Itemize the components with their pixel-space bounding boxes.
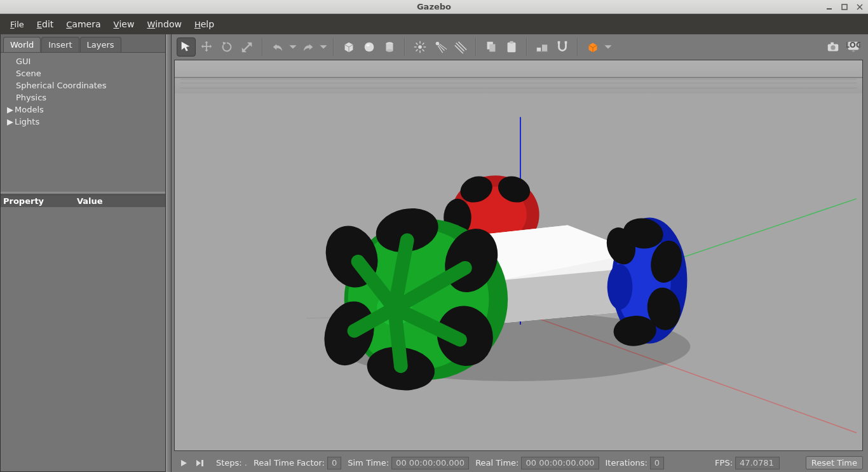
expand-icon[interactable]: ▶ xyxy=(7,105,15,114)
toolbar-scale[interactable] xyxy=(238,37,257,57)
toolbar: LOG xyxy=(172,34,868,60)
point-light-icon xyxy=(413,40,427,54)
iterations-value[interactable]: 0 xyxy=(650,457,664,469)
svg-point-32 xyxy=(831,45,835,50)
tab-insert[interactable]: Insert xyxy=(41,37,79,52)
tree-item-scene[interactable]: Scene xyxy=(4,67,161,79)
menu-camera[interactable]: Camera xyxy=(60,17,107,32)
view-angle-icon xyxy=(586,40,600,54)
svg-point-5 xyxy=(366,44,370,46)
toolbar-point-light[interactable] xyxy=(410,37,430,57)
toolbar-select[interactable] xyxy=(177,37,196,57)
toolbar-spot-light[interactable] xyxy=(431,37,450,57)
sim-time-value[interactable]: 00 00:00:00.000 xyxy=(391,457,469,469)
maximize-icon xyxy=(841,3,848,11)
panel-splitter-vertical[interactable] xyxy=(166,34,172,472)
fps-value[interactable]: 47.0781 xyxy=(735,457,780,469)
steps-value: . xyxy=(245,458,247,468)
sphere-icon xyxy=(362,40,376,54)
toolbar-paste[interactable] xyxy=(502,37,521,57)
spot-light-icon xyxy=(433,40,447,54)
world-tree[interactable]: GUI Scene Spherical Coordinates Physics … xyxy=(1,52,165,192)
menu-view[interactable]: View xyxy=(107,17,141,32)
redo-icon xyxy=(301,40,315,54)
select-icon xyxy=(179,40,193,54)
tree-item-physics[interactable]: Physics xyxy=(4,91,161,104)
toolbar-snap[interactable] xyxy=(553,37,572,57)
toolbar-separator xyxy=(577,38,578,56)
real-time-value[interactable]: 00 00:00:00.000 xyxy=(521,457,599,469)
rtf-value[interactable]: 0 xyxy=(327,457,341,469)
simtime-label: Sim Time: xyxy=(348,458,389,468)
paste-icon xyxy=(505,40,519,54)
rotate-icon xyxy=(220,40,234,54)
toolbar-redo-dropdown[interactable] xyxy=(319,37,328,57)
toolbar-separator xyxy=(404,38,405,56)
expand-icon[interactable]: ▶ xyxy=(7,117,15,126)
toolbar-redo[interactable] xyxy=(299,37,318,57)
main-view: LOG xyxy=(172,34,868,472)
toolbar-undo-dropdown[interactable] xyxy=(288,37,297,57)
step-button[interactable] xyxy=(193,456,207,470)
menu-window[interactable]: Window xyxy=(140,17,188,32)
window-minimize-button[interactable] xyxy=(824,3,835,11)
window-titlebar: Gazebo xyxy=(0,0,868,14)
svg-rect-1 xyxy=(842,4,847,10)
toolbar-cylinder[interactable] xyxy=(380,37,399,57)
rtf-label: Real Time Factor: xyxy=(254,458,325,468)
copy-icon xyxy=(484,40,498,54)
toolbar-translate[interactable] xyxy=(197,37,216,57)
play-icon xyxy=(180,459,187,467)
property-header-property[interactable]: Property xyxy=(1,195,74,207)
tab-layers[interactable]: Layers xyxy=(80,37,121,52)
menu-file[interactable]: File xyxy=(4,17,31,32)
toolbar-log[interactable]: LOG xyxy=(844,37,863,57)
menu-edit[interactable]: Edit xyxy=(31,17,60,32)
property-header: Property Value xyxy=(1,195,165,207)
scene-render xyxy=(175,60,862,450)
svg-point-8 xyxy=(386,49,393,52)
window-close-button[interactable] xyxy=(854,3,865,11)
3d-viewport[interactable] xyxy=(174,60,863,451)
toolbar-copy[interactable] xyxy=(482,37,501,57)
toolbar-sphere[interactable] xyxy=(360,37,379,57)
svg-rect-29 xyxy=(558,41,560,44)
tree-item-lights[interactable]: ▶Lights xyxy=(4,116,161,128)
svg-text:LOG: LOG xyxy=(846,41,860,50)
model-wheel-blue xyxy=(602,215,688,347)
sim-bottom-bar: Steps: . Real Time Factor: 0 Sim Time: 0… xyxy=(172,454,868,472)
menu-help[interactable]: Help xyxy=(188,17,220,32)
toolbar-directional-light[interactable] xyxy=(451,37,470,57)
property-header-value[interactable]: Value xyxy=(74,195,165,207)
svg-point-4 xyxy=(365,43,374,52)
svg-point-52 xyxy=(607,264,633,309)
window-maximize-button[interactable] xyxy=(839,3,850,11)
box-icon xyxy=(342,40,356,54)
left-tabs: World Insert Layers xyxy=(1,34,165,52)
screenshot-icon xyxy=(826,40,840,54)
toolbar-view-angle-dropdown[interactable] xyxy=(604,37,613,57)
svg-rect-30 xyxy=(565,41,567,44)
toolbar-view-angle[interactable] xyxy=(583,37,602,57)
toolbar-separator xyxy=(475,38,477,56)
tab-world[interactable]: World xyxy=(3,37,41,52)
realtime-label: Real Time: xyxy=(475,458,519,468)
tree-item-models[interactable]: ▶Models xyxy=(4,104,161,116)
tree-item-gui[interactable]: GUI xyxy=(4,55,161,67)
play-button[interactable] xyxy=(177,456,191,470)
toolbar-screenshot[interactable] xyxy=(824,37,843,57)
reset-time-button[interactable]: Reset Time xyxy=(806,456,863,469)
iterations-label: Iterations: xyxy=(606,458,648,468)
directional-light-icon xyxy=(454,40,468,54)
svg-rect-23 xyxy=(489,44,495,51)
dropdown-icon xyxy=(319,40,328,54)
toolbar-undo[interactable] xyxy=(268,37,287,57)
toolbar-align[interactable] xyxy=(532,37,552,57)
svg-line-15 xyxy=(423,50,424,51)
scale-icon xyxy=(240,40,254,54)
toolbar-rotate[interactable] xyxy=(217,37,236,57)
tree-item-spherical-coords[interactable]: Spherical Coordinates xyxy=(4,79,161,91)
svg-line-16 xyxy=(423,43,424,45)
toolbar-box[interactable] xyxy=(339,37,358,57)
cylinder-icon xyxy=(383,40,397,54)
